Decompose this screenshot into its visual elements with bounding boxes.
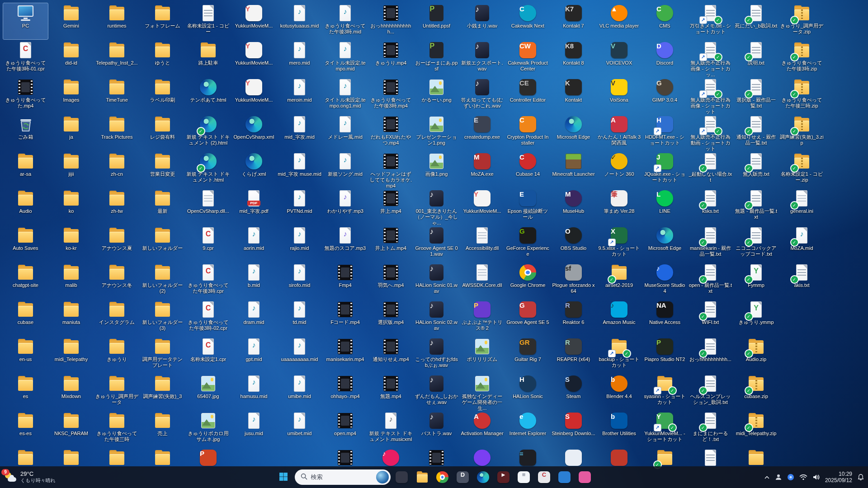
desktop-icon[interactable]: NANative Access	[642, 299, 688, 336]
desktop-icon[interactable]: Fmp4	[322, 262, 368, 299]
desktop-icon[interactable]: ✓general.ini	[779, 188, 825, 225]
desktop-icon[interactable]: ♪Amazon Music	[596, 299, 642, 336]
desktop-icon[interactable]: DDiscord	[642, 40, 688, 77]
desktop-icon[interactable]: ♪ずんだもん_しおかせぇ.wav	[414, 373, 459, 410]
desktop-icon[interactable]: ♪タイトル未設定.tempo.ong1.mid	[322, 77, 368, 114]
tray-chevron-up-icon[interactable]	[764, 474, 770, 480]
desktop-icon[interactable]: アナウンス夏	[94, 225, 140, 262]
desktop-icon[interactable]: eInternet Explorer	[505, 410, 551, 447]
desktop-icon[interactable]: ♪mero.mid	[277, 40, 322, 77]
desktop-icon[interactable]: ♪rajio.mid	[277, 225, 322, 262]
desktop-icon[interactable]: ✓ksks.txt	[688, 188, 733, 225]
desktop-icon[interactable]: ar-sa	[3, 151, 48, 188]
desktop-icon[interactable]: ohhayo-.mp4	[322, 373, 368, 410]
desktop-icon[interactable]: OOBS Studio	[551, 225, 596, 262]
desktop-icon[interactable]: YYukkuriMovieM...	[459, 188, 505, 225]
taskbar-app-pink-app[interactable]	[576, 468, 594, 486]
desktop-icon[interactable]: midi_Telepathy	[48, 336, 94, 373]
desktop-icon[interactable]: ♪kotusytuaaus.mid	[277, 3, 322, 40]
desktop-icon[interactable]: Pぷよぷよ™テトリス® 2	[459, 299, 505, 336]
desktop-icon[interactable]: Microsoft Edge	[551, 114, 596, 151]
desktop-icon[interactable]: ヘッドフォンはずしててもカラオケ.mp4	[368, 151, 414, 188]
desktop-icon[interactable]: ♪gpt.mid	[231, 336, 277, 373]
taskbar-app-discord[interactable]: D	[454, 468, 472, 486]
desktop-icon[interactable]: ♪b.mid	[231, 262, 277, 299]
desktop-icon[interactable]: ↗✓syasinn - ショートカット	[642, 373, 688, 410]
desktop-icon[interactable]: ✓無題 - 親作品一覧.txt	[733, 188, 779, 225]
desktop-icon[interactable]: cubase	[3, 299, 48, 336]
desktop-icon[interactable]: 売上	[140, 410, 185, 447]
desktop-icon[interactable]: ✓きゅうり_調声用データ.zip	[779, 3, 825, 40]
desktop-icon[interactable]: YYukkuriMovieM...	[231, 77, 277, 114]
desktop-icon[interactable]: 名称未設定1 - コピー	[185, 3, 231, 40]
desktop-icon[interactable]: きゅうり食べってた午後3時.mp4	[368, 77, 414, 114]
desktop-icon[interactable]: だれもFXUれたやつ.mp4	[368, 114, 414, 151]
desktop-icon[interactable]: C9.cpr	[185, 225, 231, 262]
desktop-icon[interactable]: maniuta	[48, 299, 94, 336]
desktop-icon[interactable]: ✓選択版 - 親作品一覧.txt	[733, 77, 779, 114]
desktop-icon[interactable]: ♪バストラ.wav	[414, 410, 459, 447]
taskbar-app-blue-sphere-app[interactable]	[556, 468, 574, 486]
desktop-icon[interactable]: OpenCvSharp.dll...	[185, 188, 231, 225]
desktop-icon[interactable]: 井上トム.mp4	[368, 225, 414, 262]
desktop-icon[interactable]: chatgpt-site	[3, 262, 48, 299]
desktop-icon[interactable]: ✓ヘルスコンプレッション_歌詞.txt	[688, 373, 733, 410]
desktop-icon[interactable]: HHALion Sonic	[505, 373, 551, 410]
desktop-icon[interactable]: きゅうり食べってた.mp4	[3, 77, 48, 114]
desktop-icon[interactable]: ♪dram.mid	[231, 299, 277, 336]
taskbar-app-google-chrome[interactable]	[434, 468, 452, 486]
desktop-icon[interactable]: ✓通知りせえ - 親作品一覧.txt	[733, 114, 779, 151]
desktop-icon[interactable]: TimeTune	[94, 77, 140, 114]
desktop-icon[interactable]: K7Kontakt 7	[551, 3, 596, 40]
desktop-icon[interactable]: 羽気へ.mp4	[368, 262, 414, 299]
weather-widget[interactable]: 9 29°C くもり時々晴れ	[5, 466, 56, 488]
desktop-icon[interactable]: インスタグラム	[94, 299, 140, 336]
desktop-icon[interactable]: Cきゅうり食べってた午後3時-02.cpr	[185, 299, 231, 336]
desktop-icon[interactable]: ♪新規ソング.mid	[322, 151, 368, 188]
desktop-icon[interactable]: アナウンス冬	[94, 262, 140, 299]
desktop-icon[interactable]: CWCakewalk Product Center	[505, 40, 551, 77]
desktop-icon[interactable]: ごみ箱	[3, 114, 48, 151]
desktop-icon[interactable]: ラベル印刷	[140, 77, 185, 114]
desktop-icon[interactable]: 最新	[140, 188, 185, 225]
desktop-icon[interactable]: 筆筆まめ Ver.28	[596, 188, 642, 225]
desktop-icon[interactable]: X↗9.5.xlsx - ショートカット	[596, 225, 642, 262]
desktop-icon[interactable]: es	[3, 373, 48, 410]
desktop-icon[interactable]: ✓新規 テキスト ドキュメント.html	[185, 151, 231, 188]
start-button[interactable]	[274, 468, 292, 486]
desktop-icon[interactable]: ↗✓万引きメモ.txt - ショートカット	[688, 3, 733, 40]
desktop-icon[interactable]: manisekarin.mp4	[322, 336, 368, 373]
desktop-icon[interactable]: PUntitled.ppsf	[414, 3, 459, 40]
desktop-icon[interactable]: ♪新規エクスポート.wav	[459, 40, 505, 77]
desktop-icon[interactable]: Google Chrome	[505, 262, 551, 299]
desktop-icon[interactable]: Y↗✓YukkuriMovieM... - ショートカット	[642, 410, 688, 447]
desktop-icon[interactable]: RReaktor 6	[551, 299, 596, 336]
taskbar-search[interactable]: 検索	[295, 469, 391, 485]
desktop-icon[interactable]: フォトフレーム	[140, 3, 185, 40]
desktop-icon[interactable]: Gemini	[48, 3, 94, 40]
desktop-icon[interactable]: ✓manisekarin - 親作品一覧.txt	[688, 225, 733, 262]
desktop-icon[interactable]: CEController Editor	[505, 77, 551, 114]
desktop-icon[interactable]: H↗HDDFMT.exe - ショートカット	[642, 114, 688, 151]
volume-icon[interactable]	[812, 474, 820, 481]
desktop-icon[interactable]: ♪小銭まり.wav	[459, 3, 505, 40]
desktop-icon[interactable]: PDFmid_字攻.pdf	[231, 188, 277, 225]
desktop-icon[interactable]: ja	[48, 114, 94, 151]
desktop-icon[interactable]: おっhhhhhhhhhhhh...	[368, 3, 414, 40]
desktop-icon[interactable]: SSteinberg Downlo...	[551, 410, 596, 447]
desktop-icon[interactable]: きゅうりボカロ用サムネ.jpg	[185, 410, 231, 447]
desktop-icon[interactable]: ♪001_東北きりたん（ノーマル）_今しゃ...	[414, 188, 459, 225]
tray-user-icon[interactable]	[775, 474, 782, 481]
desktop-icon[interactable]: ポリリリズム	[459, 336, 505, 373]
desktop-icon[interactable]: きゅうり食べってた午後三時	[94, 410, 140, 447]
desktop-icon[interactable]: Ecreatedump.exe	[459, 114, 505, 151]
desktop-icon[interactable]: ♪MuseScore Studio 4	[642, 262, 688, 299]
desktop-icon[interactable]: ✓死にたい_b歌詞.txt	[733, 3, 779, 40]
desktop-icon[interactable]: 新しいフォルダー	[140, 225, 185, 262]
desktop-icon[interactable]: CCubase 14	[505, 151, 551, 188]
desktop-icon[interactable]: ↗✓無人販売不正行為画像 - ショートカッ...	[688, 40, 733, 77]
desktop-icon[interactable]: 画像1.png	[414, 151, 459, 188]
desktop-icon[interactable]: ♪こってのhdすおfdsbぶぉ.wav	[414, 336, 459, 373]
desktop-icon[interactable]: ♪✓MoZA.mid	[779, 225, 825, 262]
desktop-icon[interactable]: ✓_起動しない場合.txt	[688, 151, 733, 188]
